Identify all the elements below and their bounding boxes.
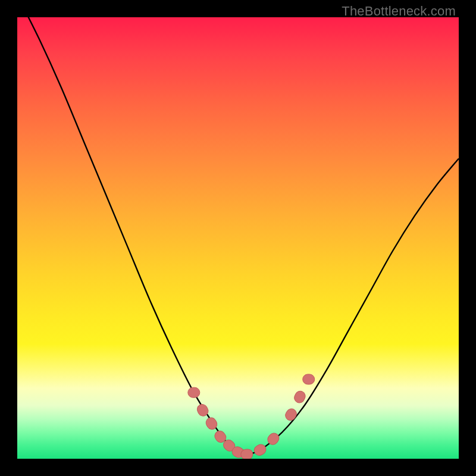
marker-group — [188, 374, 315, 459]
curve-svg — [17, 17, 459, 459]
watermark-text: TheBottleneck.com — [342, 4, 456, 19]
marker-point — [252, 443, 268, 458]
bottleneck-curve — [17, 17, 459, 455]
marker-point — [284, 407, 299, 422]
marker-point — [303, 374, 315, 384]
chart-frame: TheBottleneck.com — [0, 0, 476, 476]
marker-point — [188, 387, 200, 397]
marker-point — [293, 389, 307, 404]
plot-area — [17, 17, 459, 459]
